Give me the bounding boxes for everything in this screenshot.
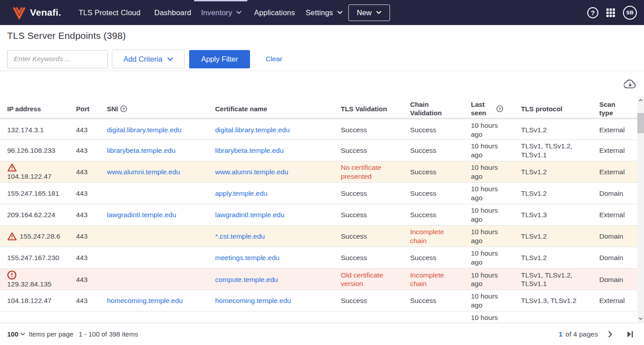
column-header-label: SNI [107, 105, 118, 113]
certificate-link[interactable]: digital.library.temple.edu [215, 126, 290, 135]
column-header-sni[interactable]: SNI ? [107, 99, 215, 118]
cell-last-seen: 10 hours ago [471, 269, 521, 290]
export-download-button[interactable] [623, 78, 637, 90]
page-size-select[interactable]: 100 [7, 330, 25, 338]
table-row[interactable]: 10 hours ago [0, 311, 637, 321]
column-header-certificate-name[interactable]: Certificate name [215, 99, 341, 118]
app-grid-icon[interactable] [606, 8, 615, 17]
section-divider [0, 71, 644, 71]
chevron-down-icon [337, 11, 343, 14]
cell-sni [107, 226, 215, 247]
next-page-button[interactable] [607, 330, 613, 339]
cell-last-seen: 10 hours ago [471, 226, 521, 247]
table-row[interactable]: 155.247.28.6 443 *.cst.temple.edu Succes… [0, 226, 637, 247]
sni-link[interactable]: lawgradintl.temple.edu [107, 210, 176, 219]
nav-item-tls-protect-cloud[interactable]: TLS Protect Cloud [79, 8, 140, 17]
add-criteria-button[interactable]: Add Criteria [112, 50, 185, 68]
certificate-link[interactable]: www.alumni.temple.edu [215, 168, 288, 177]
sni-link[interactable]: www.alumni.temple.edu [107, 168, 180, 177]
nav-item-dashboard[interactable]: Dashboard [154, 8, 191, 17]
cell-chain-validation: Success [410, 204, 471, 225]
certificate-link[interactable]: meetings.temple.edu [215, 253, 280, 262]
scrollbar-up-button[interactable] [637, 97, 644, 104]
table-row[interactable]: 104.18.122.47 443 homecoming.temple.edu … [0, 290, 637, 311]
chevron-right-icon [608, 331, 612, 338]
table-row[interactable]: 96.126.108.233 443 librarybeta.temple.ed… [0, 140, 637, 161]
column-help-icon[interactable]: ? [120, 105, 127, 112]
column-header-tls-validation[interactable]: TLS Validation [341, 99, 410, 118]
cell-certificate-name: digital.library.temple.edu [215, 119, 341, 140]
cell-certificate-name: *.cst.temple.edu [215, 226, 341, 247]
page-size-value: 100 [7, 330, 18, 338]
sni-link[interactable]: homecoming.temple.edu [107, 296, 183, 305]
cell-scan-type: External [599, 204, 637, 225]
nav-item-inventory[interactable]: Inventory [201, 8, 242, 17]
column-header-label: TLS protocol [521, 105, 563, 113]
column-help-icon[interactable]: ? [496, 105, 503, 112]
certificate-link[interactable]: compute.temple.edu [215, 275, 278, 284]
column-header-port[interactable]: Port [76, 99, 107, 118]
column-header-chain-validation[interactable]: Chain Validation [410, 99, 471, 118]
cell-scan-type: Domain [599, 269, 637, 290]
new-button[interactable]: New [348, 4, 390, 21]
scrollbar-thumb[interactable] [637, 113, 644, 133]
column-header-ip-address[interactable]: IP address [0, 99, 76, 118]
cell-sni: lawgradintl.temple.edu [107, 204, 215, 225]
table-row[interactable]: 155.247.167.230 443 meetings.temple.edu … [0, 247, 637, 269]
current-page[interactable]: 1 [559, 330, 562, 338]
cell-tls-validation [341, 311, 410, 321]
active-nav-indicator [194, 0, 247, 1]
cell-scan-type: External [599, 290, 637, 311]
cell-chain-validation: Success [410, 119, 471, 140]
apply-filter-button[interactable]: Apply Filter [189, 50, 250, 68]
venafi-logo-icon [13, 6, 26, 19]
table-row[interactable]: 132.174.3.1 443 digital.library.temple.e… [0, 119, 637, 140]
cell-certificate-name: lawgradintl.temple.edu [215, 204, 341, 225]
scrollbar-down-button[interactable] [637, 315, 644, 322]
ip-address: 104.18.122.47 [7, 296, 51, 305]
column-header-last-seen[interactable]: Last seen ? [471, 99, 521, 118]
cell-ip-address: 209.164.62.224 [0, 204, 76, 225]
nav-item-settings[interactable]: Settings [306, 8, 343, 17]
venafi-logo[interactable]: Venafi. [13, 6, 61, 19]
certificate-link[interactable]: lawgradintl.temple.edu [215, 210, 284, 219]
certificate-link[interactable]: *.cst.temple.edu [215, 232, 265, 241]
column-header-tls-protocol[interactable]: TLS protocol [521, 99, 599, 118]
cell-tls-protocol [521, 311, 599, 321]
help-icon[interactable]: ? [587, 7, 598, 18]
table-row[interactable]: 104.18.122.47 443 www.alumni.temple.edu … [0, 161, 637, 183]
cell-sni [107, 311, 215, 321]
table-row[interactable]: 129.32.84.135 443 compute.temple.edu Old… [0, 269, 637, 290]
cell-last-seen: 10 hours ago [471, 183, 521, 204]
column-header-scan-type[interactable]: Scan type [599, 99, 637, 118]
cell-tls-validation: No certificate presented [341, 161, 410, 183]
sni-link[interactable]: digital.library.temple.edu [107, 126, 182, 135]
nav-items: TLS Protect Cloud Dashboard Inventory Ap… [79, 8, 343, 17]
user-avatar[interactable]: SB [623, 6, 637, 20]
cell-tls-validation: Success [341, 290, 410, 311]
cell-port: 443 [76, 140, 107, 161]
cell-port: 443 [76, 204, 107, 225]
clear-filter-link[interactable]: Clear [266, 55, 282, 63]
certificate-link[interactable]: librarybeta.temple.edu [215, 146, 284, 155]
cell-scan-type [599, 311, 637, 321]
nav-item-applications[interactable]: Applications [254, 8, 295, 17]
last-page-button[interactable] [626, 330, 634, 339]
table-row[interactable]: 155.247.165.181 443 apply.temple.edu Suc… [0, 183, 637, 204]
column-header-label: Last seen [471, 100, 491, 117]
chevron-down-icon [21, 332, 25, 336]
ip-address: 155.247.28.6 [20, 232, 60, 241]
certificate-link[interactable]: apply.temple.edu [215, 189, 267, 198]
keyword-search-input[interactable] [7, 50, 108, 68]
cell-port: 443 [76, 183, 107, 204]
cell-tls-protocol: TLSv1, TLSv1.2, TLSv1.1 [521, 140, 599, 161]
svg-text:?: ? [499, 106, 501, 111]
column-header-label: Chain Validation [410, 100, 448, 117]
sni-link[interactable]: librarybeta.temple.edu [107, 146, 175, 155]
table-scrollbar[interactable] [637, 97, 644, 322]
top-nav: Venafi. TLS Protect Cloud Dashboard Inve… [0, 0, 644, 25]
table-row[interactable]: 209.164.62.224 443 lawgradintl.temple.ed… [0, 204, 637, 226]
cell-sni: librarybeta.temple.edu [107, 140, 215, 161]
certificate-link[interactable]: homecoming.temple.edu [215, 296, 291, 305]
cell-last-seen: 10 hours ago [471, 247, 521, 268]
